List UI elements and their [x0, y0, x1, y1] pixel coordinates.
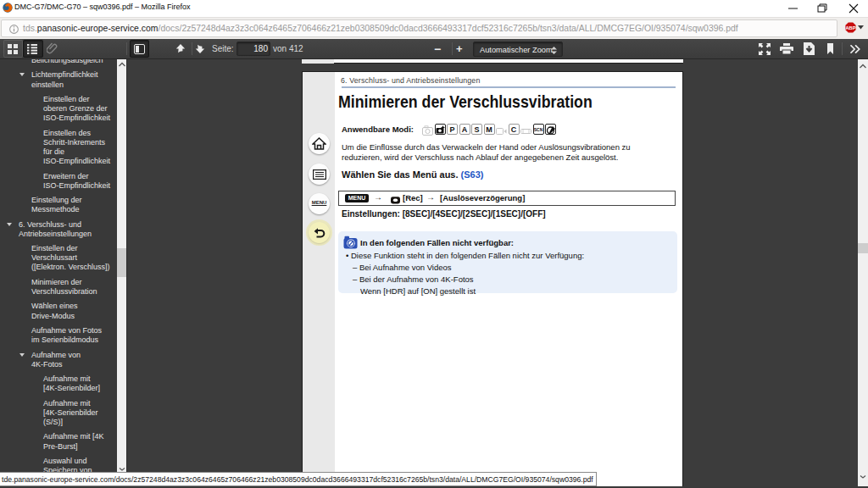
svg-text:ABP: ABP [846, 25, 856, 30]
